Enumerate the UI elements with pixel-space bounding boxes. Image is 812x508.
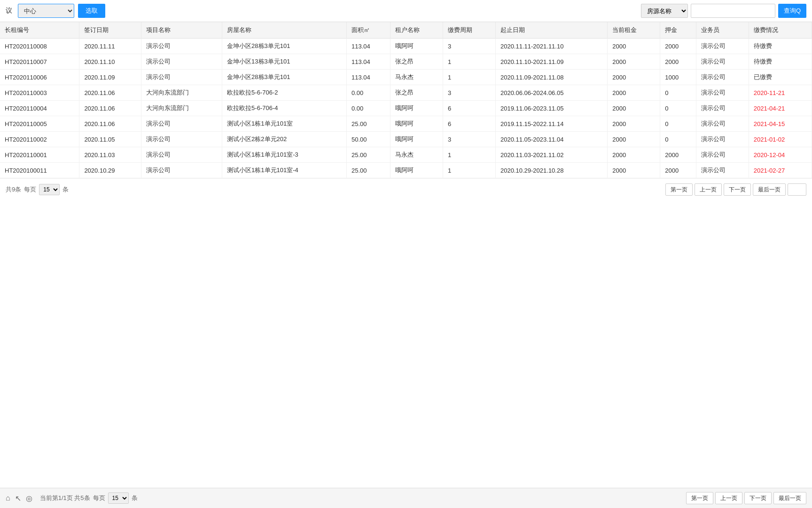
table-cell: 2020.11.03-2021.11.02 <box>495 147 607 163</box>
prev-page-button[interactable]: 上一页 <box>695 183 722 196</box>
table-cell: 哦阿呵 <box>390 116 443 132</box>
table-row[interactable]: HT20201100022020.11.05演示公司测试小区2栋2单元20250… <box>0 132 812 147</box>
table-cell: 演示公司 <box>696 132 749 147</box>
center-select[interactable]: 中心 <box>18 4 74 18</box>
table-cell: 演示公司 <box>141 54 222 70</box>
table-cell: 50.00 <box>346 132 390 147</box>
table-cell: 2020.11.11 <box>79 39 141 54</box>
table-row[interactable]: HT20201100062020.11.09演示公司金坤小区28栋3单元1011… <box>0 70 812 85</box>
table-cell: 2019.11.15-2022.11.14 <box>495 116 607 132</box>
table-cell: HT2020110006 <box>0 70 79 85</box>
per-page-select[interactable]: 15 <box>39 184 60 195</box>
table-cell: 哦阿呵 <box>390 39 443 54</box>
table-row[interactable]: HT20201100082020.11.11演示公司金坤小区28栋3单元1011… <box>0 39 812 54</box>
clock-icon[interactable]: ◎ <box>26 494 32 503</box>
bottom-per-page-select[interactable]: 15 <box>108 492 129 504</box>
page-jump-input[interactable] <box>788 183 806 196</box>
top-bar: 议 中心 选取 房源名称 查询Q <box>0 0 812 22</box>
table-cell: 演示公司 <box>141 116 222 132</box>
table-cell: 测试小区2栋2单元202 <box>222 132 347 147</box>
select-button[interactable]: 选取 <box>78 4 105 18</box>
table-cell: 待缴费 <box>749 54 812 70</box>
col-header-tenant: 租户名称 <box>390 22 443 39</box>
table-cell: 演示公司 <box>141 163 222 178</box>
table-cell: 演示公司 <box>141 39 222 54</box>
bottom-icons: ⌂ ↖ ◎ <box>6 494 32 503</box>
bottom-prev-page-button[interactable]: 上一页 <box>715 492 742 504</box>
table-cell: 2020.11.10 <box>79 54 141 70</box>
bottom-info: 当前第1/1页 共5条 每页 15 条 <box>40 492 138 504</box>
table-cell: 马永杰 <box>390 147 443 163</box>
table-body: HT20201100082020.11.11演示公司金坤小区28栋3单元1011… <box>0 39 812 178</box>
bottom-per-page-label: 每页 <box>93 494 105 502</box>
home-icon[interactable]: ⌂ <box>6 494 10 502</box>
table-cell: 已缴费 <box>749 70 812 85</box>
table-cell: 2021-04-21 <box>749 101 812 116</box>
table-cell: 演示公司 <box>696 70 749 85</box>
table-cell: 1 <box>443 70 496 85</box>
table-cell: 2020.11.06 <box>79 116 141 132</box>
table-row[interactable]: HT20201100032020.11.06大河向东流部门欧拉欧拉5-6-706… <box>0 85 812 101</box>
table-row[interactable]: HT20201000112020.10.29演示公司测试小区1栋1单元101室-… <box>0 163 812 178</box>
table-cell: 25.00 <box>346 163 390 178</box>
cursor-icon[interactable]: ↖ <box>15 494 21 503</box>
table-cell: 2020.11.09-2021.11.08 <box>495 70 607 85</box>
table-cell: 演示公司 <box>696 147 749 163</box>
table-row[interactable]: HT20201100072020.11.10演示公司金坤小区13栋3单元1011… <box>0 54 812 70</box>
table-cell: 113.04 <box>346 39 390 54</box>
table-cell: 待缴费 <box>749 39 812 54</box>
total-info: 共9条 <box>6 185 21 194</box>
table-cell: 0.00 <box>346 85 390 101</box>
table-cell: 哦阿呵 <box>390 163 443 178</box>
table-row[interactable]: HT20201100042020.11.06大河向东流部门欧拉欧拉5-6-706… <box>0 101 812 116</box>
bottom-first-page-button[interactable]: 第一页 <box>686 492 713 504</box>
page-wrapper: 议 中心 选取 房源名称 查询Q 长租编号 签订日期 项目名称 房屋名称 面积㎡… <box>0 0 812 508</box>
search-button[interactable]: 查询Q <box>778 4 806 18</box>
table-row[interactable]: HT20201100052020.11.06演示公司测试小区1栋1单元101室2… <box>0 116 812 132</box>
table-cell: 3 <box>443 39 496 54</box>
pagination-bar: 共9条 每页 15 条 第一页 上一页 下一页 最后一页 <box>0 178 812 200</box>
table-cell: 0 <box>660 132 696 147</box>
table-cell: 2019.11.06-2023.11.05 <box>495 101 607 116</box>
col-header-date-range: 起止日期 <box>495 22 607 39</box>
col-header-id: 长租编号 <box>0 22 79 39</box>
table-cell: 马永杰 <box>390 70 443 85</box>
bottom-current-info: 当前第1/1页 共5条 <box>40 494 90 502</box>
bottom-bar: ⌂ ↖ ◎ 当前第1/1页 共5条 每页 15 条 第一页 上一页 下一页 最后… <box>0 488 812 508</box>
table-cell: 2000 <box>608 163 660 178</box>
table-cell: 113.04 <box>346 54 390 70</box>
table-row[interactable]: HT20201100012020.11.03演示公司测试小区1栋1单元101室-… <box>0 147 812 163</box>
search-type-select[interactable]: 房源名称 <box>641 4 688 18</box>
table-cell: HT2020110003 <box>0 85 79 101</box>
table-cell: 2000 <box>660 39 696 54</box>
table-cell: 2000 <box>608 116 660 132</box>
per-page-unit: 条 <box>62 185 69 194</box>
table-cell: 2021-01-02 <box>749 132 812 147</box>
table-cell: 测试小区1栋1单元101室-3 <box>222 147 347 163</box>
bottom-next-page-button[interactable]: 下一页 <box>744 492 772 504</box>
table-cell: 大河向东流部门 <box>141 85 222 101</box>
table-cell: 2020.11.09 <box>79 70 141 85</box>
table-cell: 演示公司 <box>141 132 222 147</box>
table-cell: 3 <box>443 85 496 101</box>
table-cell: HT2020110008 <box>0 39 79 54</box>
search-input[interactable] <box>691 4 775 18</box>
col-header-rent: 当前租金 <box>608 22 660 39</box>
table-cell: 2000 <box>608 101 660 116</box>
table-cell: 1000 <box>660 70 696 85</box>
table-cell: 2000 <box>608 132 660 147</box>
table-cell: 大河向东流部门 <box>141 101 222 116</box>
col-header-deposit: 押金 <box>660 22 696 39</box>
bottom-last-page-button[interactable]: 最后一页 <box>773 492 806 504</box>
next-page-button[interactable]: 下一页 <box>724 183 751 196</box>
last-page-button[interactable]: 最后一页 <box>753 183 786 196</box>
table-cell: 演示公司 <box>141 70 222 85</box>
first-page-button[interactable]: 第一页 <box>665 183 693 196</box>
table-cell: 2000 <box>660 147 696 163</box>
table-cell: 演示公司 <box>696 116 749 132</box>
col-header-room: 房屋名称 <box>222 22 347 39</box>
col-header-salesman: 业务员 <box>696 22 749 39</box>
table-cell: 6 <box>443 116 496 132</box>
bottom-per-page-unit: 条 <box>132 494 138 502</box>
table-cell: HT2020110004 <box>0 101 79 116</box>
